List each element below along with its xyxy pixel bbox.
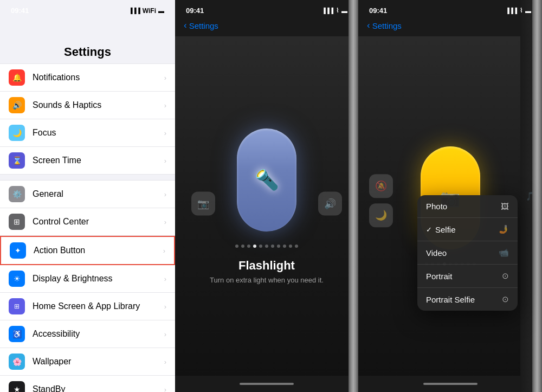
- settings-item-screen-time[interactable]: ⌛ Screen Time ›: [0, 147, 175, 175]
- general-label: General: [33, 189, 164, 199]
- status-bar-right: 09:41 ▐▐▐ ⌇ ▬: [358, 0, 542, 18]
- wallpaper-label: Wallpaper: [33, 357, 164, 367]
- signal-icon: ▐▐▐: [129, 8, 140, 14]
- dot-7: [271, 245, 274, 248]
- dot-4-active: [253, 245, 256, 248]
- back-chevron-middle: ‹: [184, 20, 187, 31]
- home-screen-label: Home Screen & App Library: [33, 301, 164, 311]
- status-time-left: 09:41: [11, 7, 29, 15]
- settings-item-sounds[interactable]: 🔊 Sounds & Haptics ›: [0, 92, 175, 119]
- standby-icon: ★: [9, 381, 25, 392]
- control-center-icon: ⊞: [9, 214, 25, 230]
- sounds-label: Sounds & Haptics: [33, 100, 164, 110]
- action-button-icon: ✦: [10, 242, 26, 259]
- status-bar-middle: 09:41 ▐▐▐ ⌇ ▬: [175, 0, 358, 18]
- settings-item-focus[interactable]: 🌙 Focus ›: [0, 119, 175, 147]
- settings-header: Settings: [0, 18, 175, 63]
- portrait-icon: ⊙: [502, 271, 509, 281]
- accessibility-icon: ♿: [9, 326, 25, 342]
- settings-item-home-screen[interactable]: ⊞ Home Screen & App Library ›: [0, 293, 175, 320]
- dot-6: [265, 245, 268, 248]
- camera-side-icon: 📷: [191, 192, 215, 216]
- dropdown-item-selfie[interactable]: ✓ Selfie 🤳: [417, 218, 518, 241]
- accessibility-label: Accessibility: [33, 329, 164, 339]
- camera-content: 🔕 🌙 📷 Photo 🖼: [358, 36, 542, 376]
- settings-item-display[interactable]: ☀ Display & Brightness ›: [0, 265, 175, 293]
- check-icon: ✓: [426, 226, 432, 234]
- status-icons-right: ▐▐▐ ⌇ ▬: [506, 7, 531, 14]
- dropdown-item-portrait[interactable]: Portrait ⊙: [417, 265, 518, 288]
- portrait-selfie-icon: ⊙: [502, 294, 509, 304]
- chevron-icon: ›: [164, 157, 166, 165]
- dot-3: [247, 245, 250, 248]
- wallpaper-icon: 🌸: [9, 354, 25, 370]
- display-label: Display & Brightness: [33, 274, 164, 284]
- photo-label: Photo: [426, 202, 447, 211]
- chevron-icon: ›: [164, 129, 166, 137]
- status-time-middle: 09:41: [186, 7, 204, 15]
- home-screen-icon: ⊞: [9, 298, 25, 314]
- home-indicator-middle: [175, 376, 358, 392]
- photo-icon: 🖼: [501, 202, 509, 211]
- focus-label: Focus: [33, 128, 164, 138]
- home-indicator-right: [358, 376, 542, 392]
- dropdown-item-photo[interactable]: Photo 🖼: [417, 195, 518, 218]
- status-icons-left: ▐▐▐ WiFi ▬: [129, 7, 164, 15]
- moon-icon: 🌙: [369, 203, 393, 227]
- chevron-icon: ›: [164, 385, 166, 393]
- mute-icon: 🔕: [369, 174, 393, 198]
- display-icon: ☀: [9, 271, 25, 287]
- back-nav-right[interactable]: ‹ Settings: [358, 18, 542, 36]
- dot-11: [295, 245, 298, 248]
- flashlight-button[interactable]: 🔦: [237, 128, 296, 232]
- back-nav-middle[interactable]: ‹ Settings: [175, 18, 358, 36]
- back-chevron-right: ‹: [367, 20, 370, 31]
- screen-time-icon: ⌛: [9, 152, 25, 169]
- chevron-icon: ›: [164, 218, 166, 226]
- dot-9: [283, 245, 286, 248]
- left-side-icons: 🔕 🌙: [369, 174, 393, 227]
- focus-icon: 🌙: [9, 125, 25, 141]
- settings-item-control-center[interactable]: ⊞ Control Center ›: [0, 208, 175, 236]
- back-label-right: Settings: [372, 21, 402, 30]
- wifi-icon: WiFi: [143, 7, 156, 15]
- camera-panel: 09:41 ▐▐▐ ⌇ ▬ ‹ Settings 🔕 🌙 📷: [358, 0, 542, 392]
- settings-item-standby[interactable]: ★ StandBy ›: [0, 376, 175, 392]
- settings-item-wallpaper[interactable]: 🌸 Wallpaper ›: [0, 348, 175, 376]
- settings-panel: 09:41 ▐▐▐ WiFi ▬ Settings 🔔 Notification…: [0, 0, 175, 392]
- status-bar-left: 09:41 ▐▐▐ WiFi ▬: [0, 0, 175, 18]
- chevron-icon: ›: [164, 74, 166, 82]
- status-icons-middle: ▐▐▐ ⌇ ▬: [322, 7, 347, 14]
- dropdown-item-video[interactable]: Video 📹: [417, 241, 518, 265]
- battery-icon-right: ▬: [525, 8, 531, 14]
- video-icon: 📹: [499, 248, 509, 258]
- settings-list: 🔔 Notifications › 🔊 Sounds & Haptics › 🌙…: [0, 63, 175, 392]
- settings-item-notifications[interactable]: 🔔 Notifications ›: [0, 63, 175, 92]
- settings-item-general[interactable]: ⚙️ General ›: [0, 180, 175, 208]
- general-icon: ⚙️: [9, 186, 25, 202]
- chevron-icon: ›: [164, 330, 166, 338]
- status-time-right: 09:41: [369, 7, 387, 15]
- chevron-icon: ›: [164, 190, 166, 198]
- dropdown-item-portrait-selfie[interactable]: Portrait Selfie ⊙: [417, 288, 518, 311]
- action-button-label: Action Button: [34, 246, 163, 255]
- notifications-icon: 🔔: [9, 69, 25, 86]
- dots-indicator-middle: [235, 245, 298, 248]
- home-bar-middle: [240, 383, 294, 385]
- wifi-icon-mid: ⌇: [336, 7, 339, 14]
- settings-group-1: 🔔 Notifications › 🔊 Sounds & Haptics › 🌙…: [0, 63, 175, 175]
- chevron-icon: ›: [163, 247, 165, 255]
- wifi-icon-right: ⌇: [520, 7, 522, 14]
- home-bar-right: [423, 383, 478, 385]
- chevron-icon: ›: [164, 101, 166, 110]
- selfie-label: Selfie: [435, 225, 456, 234]
- battery-icon-left: ▬: [158, 8, 164, 14]
- back-label-middle: Settings: [189, 21, 218, 30]
- action-button-strip: [349, 0, 358, 392]
- camera-mode-dropdown: Photo 🖼 ✓ Selfie 🤳 Video 📹 Portrait ⊙ Po…: [417, 195, 518, 311]
- chevron-icon: ›: [164, 303, 166, 311]
- dot-5: [259, 245, 262, 248]
- flashlight-icon: 🔦: [255, 169, 279, 191]
- settings-item-action-button[interactable]: ✦ Action Button ›: [0, 236, 175, 265]
- settings-item-accessibility[interactable]: ♿ Accessibility ›: [0, 320, 175, 348]
